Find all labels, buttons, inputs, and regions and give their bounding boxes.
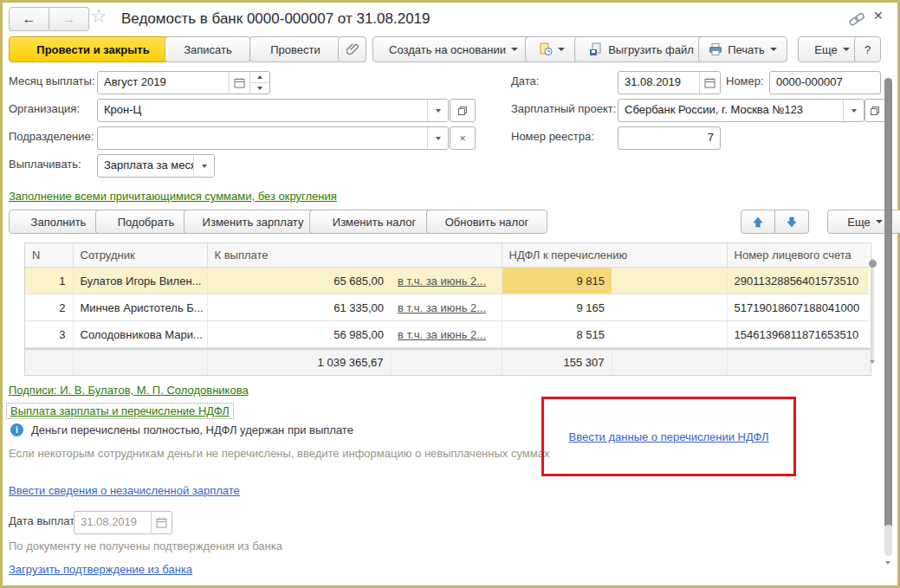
table-scrollbar-thumb[interactable]: [869, 260, 877, 268]
cell-ndfl[interactable]: 9 165: [502, 294, 612, 321]
payment-date-value[interactable]: 31.08.2019: [74, 512, 151, 533]
cell-ndfl-detail[interactable]: [612, 294, 727, 321]
table-row[interactable]: 3 Солодовникова Мари... 56 985,00 в т.ч.…: [25, 321, 869, 348]
cell-payout-detail[interactable]: в т.ч. за июнь 2...: [391, 321, 502, 348]
cell-payout[interactable]: 61 335,00: [207, 294, 391, 321]
signatures-link[interactable]: Подписи: И. В. Булатов, М. П. Солодовник…: [9, 384, 249, 397]
cell-payout-detail[interactable]: в т.ч. за июнь 2...: [391, 294, 502, 321]
cell-employee[interactable]: Солодовникова Мари...: [73, 321, 207, 348]
cell-ndfl[interactable]: 9 815: [502, 268, 612, 294]
back-button[interactable]: ←: [9, 7, 49, 31]
number-value[interactable]: 0000-000007: [770, 72, 880, 94]
calendar-icon[interactable]: [151, 512, 172, 533]
table-scroll-down-icon[interactable]: [870, 364, 875, 377]
print-button[interactable]: Печать: [698, 36, 787, 62]
month-spinner[interactable]: [249, 72, 269, 94]
chevron-down-icon[interactable]: [843, 100, 864, 121]
detail-link[interactable]: в т.ч. за июнь 2...: [398, 301, 486, 314]
cell-ndfl[interactable]: 8 515: [502, 321, 612, 348]
cell-account[interactable]: 51719018607188041000: [727, 294, 869, 321]
number-field[interactable]: 0000-000007: [769, 71, 881, 94]
detail-link[interactable]: в т.ч. за июнь 2...: [398, 328, 486, 341]
col-header-employee[interactable]: Сотрудник: [73, 243, 207, 268]
spinner-up-icon[interactable]: [257, 75, 262, 79]
favorite-star-icon[interactable]: ☆: [90, 5, 107, 28]
cell-ndfl-detail[interactable]: [612, 321, 727, 348]
load-confirmation-link[interactable]: Загрузить подтверждение из банка: [9, 563, 192, 576]
post-and-close-button[interactable]: Провести и закрыть: [9, 36, 178, 62]
department-value[interactable]: [98, 127, 427, 149]
organization-value[interactable]: Крон-Ц: [98, 100, 427, 121]
cell-n[interactable]: 1: [25, 268, 73, 294]
cell-payout-detail[interactable]: в т.ч. за июнь 2...: [391, 268, 502, 294]
payment-date-field[interactable]: 31.08.2019: [74, 511, 172, 534]
fill-button[interactable]: Заполнить: [9, 210, 108, 234]
table-row[interactable]: 1 Булатов Игорь Вилен... 65 685,00 в т.ч…: [25, 268, 869, 294]
cell-account[interactable]: 29011328856401573510: [727, 268, 869, 294]
change-salary-button[interactable]: Изменить зарплату: [184, 210, 322, 234]
chevron-down-icon[interactable]: [193, 155, 214, 177]
col-header-account[interactable]: Номер лицевого счета: [727, 243, 869, 268]
export-file-button[interactable]: Выгрузить файл: [574, 36, 709, 62]
reminder-button[interactable]: [525, 36, 579, 62]
payment-month-field[interactable]: Август 2019: [97, 71, 270, 94]
post-button[interactable]: Провести: [249, 36, 341, 62]
attachments-button[interactable]: [338, 36, 366, 62]
col-header-n[interactable]: N: [25, 243, 73, 268]
cell-n[interactable]: 2: [25, 294, 73, 321]
salary-project-field[interactable]: Сбербанк России, г. Москва №123: [618, 99, 864, 122]
pay-out-value[interactable]: Зарплата за месяц: [98, 155, 193, 177]
enter-ndfl-data-link[interactable]: Ввести данные о перечислении НДФЛ: [568, 430, 768, 443]
cell-employee[interactable]: Булатов Игорь Вилен...: [73, 268, 207, 294]
write-button[interactable]: Записать: [165, 36, 251, 62]
chevron-down-icon: [558, 48, 565, 51]
detail-link[interactable]: в т.ч. за июнь 2...: [398, 275, 486, 288]
calendar-icon[interactable]: [229, 72, 249, 94]
get-link-icon[interactable]: [847, 10, 869, 31]
post-and-close-label: Провести и закрыть: [36, 43, 149, 56]
chevron-down-icon[interactable]: [427, 127, 448, 149]
page-scrollbar-track[interactable]: [884, 525, 892, 556]
change-tax-button[interactable]: Изменить налог: [309, 210, 439, 234]
organization-open-button[interactable]: [450, 99, 476, 122]
pay-out-field[interactable]: Зарплата за месяц: [97, 154, 215, 178]
pick-button[interactable]: Подобрать: [95, 210, 197, 234]
cell-n[interactable]: 3: [25, 321, 73, 348]
organization-field[interactable]: Крон-Ц: [97, 99, 449, 122]
spinner-down-icon[interactable]: [257, 87, 262, 90]
fill-all-sums-link[interactable]: Заполнение всеми причитающимися суммами,…: [9, 190, 337, 203]
page-scroll-down-icon[interactable]: [885, 565, 890, 578]
forward-button[interactable]: →: [49, 7, 89, 31]
cell-payout[interactable]: 56 985,00: [207, 321, 391, 348]
cell-ndfl-detail[interactable]: [612, 268, 727, 294]
cell-payout[interactable]: 65 685,00: [207, 268, 391, 294]
salary-ndfl-section-link[interactable]: Выплата зарплаты и перечисление НДФЛ: [6, 403, 234, 419]
cell-account[interactable]: 15461396811871653510: [727, 321, 869, 348]
page-title: Ведомость в банк 0000-000007 от 31.08.20…: [121, 7, 431, 31]
create-based-on-button[interactable]: Создать на основании: [372, 36, 534, 62]
col-header-ndfl[interactable]: НДФЛ к перечислению: [502, 243, 727, 268]
salary-project-value[interactable]: Сбербанк России, г. Москва №123: [618, 100, 843, 121]
registry-number-value[interactable]: 7: [618, 127, 720, 149]
move-up-button[interactable]: [741, 210, 775, 234]
enter-uncredited-link[interactable]: Ввести сведения о незачисленной зарплате: [9, 484, 240, 497]
salary-project-open-button[interactable]: [864, 99, 885, 122]
cell-employee[interactable]: Минчев Аристотель Б...: [73, 294, 207, 321]
move-down-button[interactable]: [775, 210, 809, 234]
col-header-payout[interactable]: К выплате: [207, 243, 502, 268]
calendar-icon[interactable]: [699, 72, 720, 94]
chevron-down-icon[interactable]: [427, 100, 448, 121]
total-ndfl: 155 307: [502, 350, 612, 375]
table-scrollbar-track[interactable]: [871, 258, 874, 360]
registry-number-field[interactable]: 7: [618, 126, 721, 150]
help-button[interactable]: ?: [854, 36, 881, 62]
department-field[interactable]: [97, 126, 449, 150]
date-value[interactable]: 31.08.2019: [618, 72, 699, 94]
close-icon[interactable]: ✕: [873, 9, 884, 23]
page-scrollbar-thumb[interactable]: [884, 78, 892, 528]
table-row[interactable]: 2 Минчев Аристотель Б... 61 335,00 в т.ч…: [25, 294, 869, 321]
date-field[interactable]: 31.08.2019: [618, 71, 721, 94]
refresh-tax-button[interactable]: Обновить налог: [426, 210, 547, 234]
payment-month-value[interactable]: Август 2019: [98, 72, 229, 94]
department-clear-button[interactable]: ×: [450, 126, 476, 150]
